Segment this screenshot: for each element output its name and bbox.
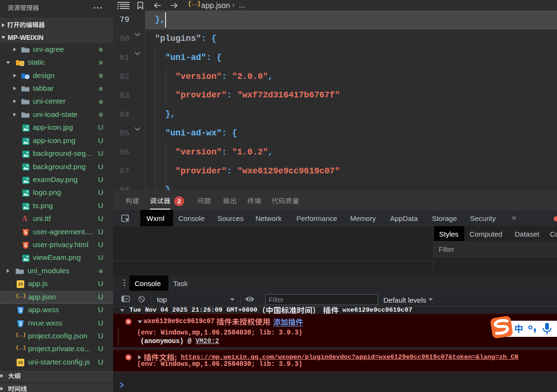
- svg-text:3: 3: [19, 321, 22, 326]
- svg-text:5: 5: [24, 242, 27, 248]
- svg-text:5: 5: [24, 229, 27, 235]
- svg-text:3: 3: [19, 307, 22, 313]
